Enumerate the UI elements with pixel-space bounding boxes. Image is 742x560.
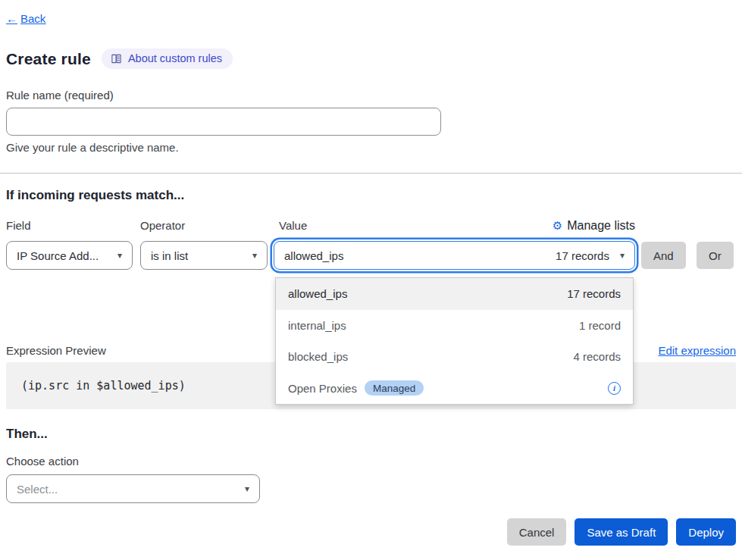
manage-lists-label: Manage lists (567, 219, 635, 233)
list-item-blocked-ips[interactable]: blocked_ips 4 records (276, 341, 633, 373)
title-row: Create rule About custom rules (6, 48, 233, 69)
page-title: Create rule (6, 50, 91, 68)
list-item-allowed-ips[interactable]: allowed_ips 17 records (276, 278, 633, 310)
back-link-label: Back (20, 12, 45, 25)
value-select[interactable]: allowed_ips 17 records ▾ (274, 241, 635, 270)
list-item-internal-ips[interactable]: internal_ips 1 record (276, 310, 633, 342)
chevron-down-icon: ▾ (252, 251, 257, 260)
or-button[interactable]: Or (697, 242, 734, 269)
expression-code: (ip.src in $allowed_ips) (21, 379, 186, 393)
match-section-heading: If incoming requests match... (6, 188, 184, 203)
deploy-button[interactable]: Deploy (676, 518, 736, 546)
footer-actions: Cancel Save as Draft Deploy (0, 518, 736, 546)
book-icon (111, 53, 122, 64)
operator-select[interactable]: is in list ▾ (140, 241, 268, 270)
list-item-name: blocked_ips (288, 350, 348, 363)
choose-action-label: Choose action (6, 455, 79, 468)
list-item-name: allowed_ips (288, 287, 347, 300)
list-item-name: Open Proxies (288, 382, 357, 395)
back-link[interactable]: ←Back (6, 12, 45, 25)
list-item-count: 1 record (579, 319, 621, 332)
value-select-value: allowed_ips (284, 249, 343, 262)
chevron-down-icon: ▾ (117, 251, 122, 260)
list-dropdown-menu: allowed_ips 17 records internal_ips 1 re… (275, 277, 634, 405)
operator-label: Operator (140, 219, 185, 232)
and-button[interactable]: And (641, 242, 686, 269)
value-label: Value (279, 219, 307, 232)
about-custom-rules-label: About custom rules (128, 52, 222, 64)
edit-expression-link[interactable]: Edit expression (658, 344, 736, 357)
list-item-name: internal_ips (288, 319, 346, 332)
field-label: Field (6, 219, 31, 232)
then-section-heading: Then... (6, 427, 48, 442)
gear-icon: ⚙ (553, 219, 562, 233)
chevron-down-icon: ▾ (245, 484, 249, 493)
rule-name-helper: Give your rule a descriptive name. (6, 141, 179, 154)
operator-select-value: is in list (151, 249, 188, 262)
value-select-count: 17 records (556, 249, 609, 262)
back-arrow-icon: ← (6, 12, 17, 25)
rule-name-input[interactable] (6, 108, 441, 136)
managed-badge: Managed (365, 380, 424, 396)
manage-lists-link[interactable]: ⚙ Manage lists (553, 219, 635, 233)
action-select-placeholder: Select... (17, 483, 58, 496)
expression-preview-label: Expression Preview (6, 344, 106, 357)
list-item-count: 4 records (573, 350, 621, 363)
field-select-value: IP Source Add... (17, 249, 99, 262)
action-select[interactable]: Select... ▾ (6, 474, 260, 503)
section-divider (0, 173, 742, 174)
create-rule-page: ←Back Create rule About custom rules Rul… (0, 0, 742, 560)
info-icon[interactable]: i (608, 382, 621, 395)
rule-name-label: Rule name (required) (6, 89, 114, 102)
field-select[interactable]: IP Source Add... ▾ (6, 241, 133, 270)
about-custom-rules-link[interactable]: About custom rules (102, 48, 233, 69)
chevron-down-icon: ▾ (620, 251, 625, 260)
list-item-count: 17 records (567, 287, 621, 300)
list-item-open-proxies[interactable]: Open Proxies Managed i (276, 373, 633, 405)
save-as-draft-button[interactable]: Save as Draft (575, 518, 668, 546)
cancel-button[interactable]: Cancel (507, 518, 567, 546)
